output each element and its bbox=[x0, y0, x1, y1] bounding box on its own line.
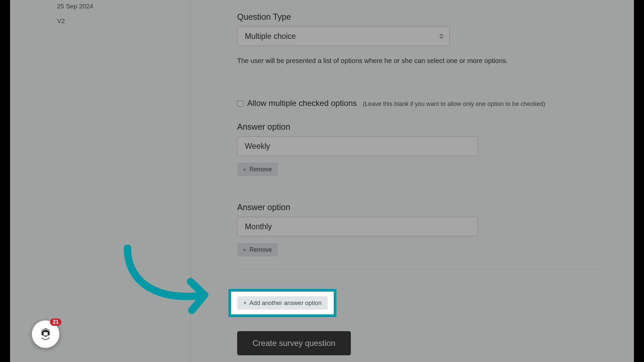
answer-option-input[interactable] bbox=[237, 217, 478, 236]
create-question-button[interactable]: Create survey question bbox=[237, 331, 351, 355]
create-question-label: Create survey question bbox=[253, 339, 335, 348]
close-icon: × bbox=[243, 167, 246, 172]
allow-multiple-row: Allow multiple checked options (Leave th… bbox=[237, 99, 604, 108]
remove-label: Remove bbox=[250, 166, 272, 173]
answer-option-input[interactable] bbox=[237, 136, 478, 156]
allow-multiple-checkbox[interactable] bbox=[237, 101, 243, 107]
answer-option-label: Answer option bbox=[237, 202, 604, 212]
sidebar-version: V2 bbox=[57, 17, 191, 25]
widget-badge: 21 bbox=[50, 318, 61, 326]
question-type-label: Question Type bbox=[237, 12, 604, 22]
main-content: Question Type Multiple choice The user w… bbox=[191, 0, 634, 362]
question-type-help: The user will be presented a list of opt… bbox=[237, 56, 604, 65]
allow-multiple-hint: (Leave this blank if you want to allow o… bbox=[363, 101, 545, 108]
svg-marker-2 bbox=[42, 338, 50, 340]
option-divider bbox=[237, 189, 604, 189]
allow-multiple-label: Allow multiple checked options bbox=[247, 99, 357, 108]
remove-option-button[interactable]: × Remove bbox=[237, 163, 278, 176]
answer-option-block: Answer option × Remove bbox=[237, 122, 604, 176]
remove-option-button[interactable]: × Remove bbox=[237, 243, 278, 256]
add-option-label: Add another answer option bbox=[250, 300, 322, 307]
sidebar: 25 Sep 2024 V2 bbox=[10, 0, 191, 362]
svg-marker-3 bbox=[44, 332, 48, 336]
remove-label: Remove bbox=[250, 246, 272, 253]
plus-icon: + bbox=[243, 300, 247, 307]
question-type-value: Multiple choice bbox=[245, 32, 296, 41]
add-option-button[interactable]: + Add another answer option bbox=[237, 296, 328, 310]
help-widget-button[interactable]: 21 bbox=[32, 320, 59, 348]
question-type-select[interactable]: Multiple choice bbox=[237, 26, 450, 46]
answer-option-block: Answer option × Remove bbox=[237, 202, 604, 256]
section-divider bbox=[237, 82, 604, 82]
close-icon: × bbox=[243, 247, 246, 253]
answer-option-label: Answer option bbox=[237, 122, 604, 132]
option-divider bbox=[237, 269, 604, 269]
widget-logo-icon bbox=[38, 327, 53, 342]
sidebar-date: 25 Sep 2024 bbox=[57, 3, 191, 10]
app-frame: 25 Sep 2024 V2 Question Type Multiple ch… bbox=[10, 0, 634, 362]
tutorial-highlight: + Add another answer option bbox=[228, 289, 336, 317]
